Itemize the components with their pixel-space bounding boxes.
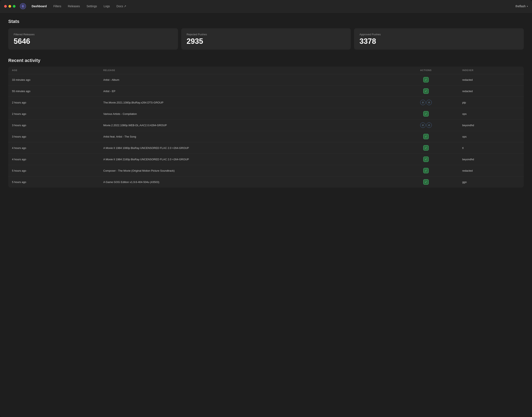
approved-icon[interactable]: ✓ bbox=[423, 168, 429, 173]
col-age: AGE bbox=[8, 66, 100, 74]
indexer-cell: beyondhd bbox=[458, 120, 524, 131]
indexer-cell: redacted bbox=[458, 85, 524, 97]
actions-cell: ✓ bbox=[393, 142, 459, 154]
rejected-icon[interactable]: ⊘ bbox=[426, 100, 432, 105]
age-cell: 4 hours ago bbox=[8, 154, 100, 165]
table-row: 2 hours agoVarious Artists - Compilation… bbox=[8, 108, 524, 120]
stat-card-filtered: Filtered Releases 5646 bbox=[8, 28, 178, 50]
app-window: Dashboard Filters Releases Settings Logs… bbox=[0, 0, 532, 417]
approved-icon[interactable]: ✓ bbox=[423, 145, 429, 151]
release-cell: Movie.2.2022.1080p.WEB-DL.AAC2.0.H264-GR… bbox=[100, 120, 393, 131]
release-cell: Various Artists - Compilation bbox=[100, 108, 393, 120]
table-row: 55 minutes agoArtist - EP✓redacted bbox=[8, 85, 524, 97]
actions-cell: ✓ bbox=[393, 131, 459, 142]
stats-title: Stats bbox=[8, 19, 524, 24]
stat-label-filtered: Filtered Releases bbox=[14, 33, 173, 36]
rejected-group: ⊘⊘ bbox=[420, 100, 432, 105]
release-cell: Composer - The Movie (Original Motion Pi… bbox=[100, 165, 393, 176]
indexer-cell: ops bbox=[458, 108, 524, 120]
table-row: 4 hours agoA Movie II 1984 1080p BluRay … bbox=[8, 142, 524, 154]
age-cell: 2 hours ago bbox=[8, 97, 100, 108]
age-cell: 5 hours ago bbox=[8, 176, 100, 188]
age-cell: 2 hours ago bbox=[8, 108, 100, 120]
actions-cell: ✓ bbox=[393, 108, 459, 120]
actions-cell: ✓ bbox=[393, 154, 459, 165]
actions-cell: ⊘⊘ bbox=[393, 120, 459, 131]
approved-icon[interactable]: ✓ bbox=[423, 134, 429, 139]
main-nav: Dashboard Filters Releases Settings Logs… bbox=[29, 3, 515, 9]
nav-releases[interactable]: Releases bbox=[65, 3, 83, 9]
actions-cell: ✓ bbox=[393, 165, 459, 176]
user-menu[interactable]: theflash ▾ bbox=[515, 5, 528, 8]
approved-icon[interactable]: ✓ bbox=[423, 179, 429, 185]
table-row: 4 hours agoA Movie II 1984 2160p BluRay … bbox=[8, 154, 524, 165]
age-cell: 3 hours ago bbox=[8, 131, 100, 142]
stat-value-rejected: 2935 bbox=[187, 38, 346, 45]
table-row: 2 hours agoThe.Movie.2021.1080p.BluRay.x… bbox=[8, 97, 524, 108]
age-cell: 4 hours ago bbox=[8, 142, 100, 154]
close-button[interactable] bbox=[4, 5, 7, 8]
username-label: theflash bbox=[515, 5, 526, 8]
age-cell: 55 minutes ago bbox=[8, 85, 100, 97]
indexer-cell: ptp bbox=[458, 97, 524, 108]
activity-table-body: 33 minutes agoArtist - Album✓redacted55 … bbox=[8, 74, 524, 188]
indexer-cell: beyondhd bbox=[458, 154, 524, 165]
indexer-cell: tl bbox=[458, 142, 524, 154]
stats-grid: Filtered Releases 5646 Rejected Pushes 2… bbox=[8, 28, 524, 50]
actions-cell: ⊘⊘ bbox=[393, 97, 459, 108]
stat-card-rejected: Rejected Pushes 2935 bbox=[181, 28, 351, 50]
stat-value-approved: 3378 bbox=[359, 38, 518, 45]
nav-dashboard[interactable]: Dashboard bbox=[29, 3, 50, 9]
table-row: 3 hours agoArtist feat. Artist - The Son… bbox=[8, 131, 524, 142]
age-cell: 3 hours ago bbox=[8, 120, 100, 131]
nav-docs[interactable]: Docs ↗ bbox=[114, 3, 129, 9]
nav-filters[interactable]: Filters bbox=[50, 3, 64, 9]
minimize-button[interactable] bbox=[9, 5, 11, 8]
approved-icon[interactable]: ✓ bbox=[423, 156, 429, 162]
app-logo bbox=[20, 3, 26, 10]
nav-settings[interactable]: Settings bbox=[84, 3, 100, 9]
approved-icon[interactable]: ✓ bbox=[423, 111, 429, 116]
titlebar: Dashboard Filters Releases Settings Logs… bbox=[0, 0, 532, 13]
indexer-cell: redacted bbox=[458, 165, 524, 176]
rejected-icon[interactable]: ⊘ bbox=[420, 100, 426, 105]
col-actions: ACTIONS bbox=[393, 66, 459, 74]
release-cell: A Game GOG Edition v1.9.6-404-504u (4350… bbox=[100, 176, 393, 188]
col-indexer: INDEXER bbox=[458, 66, 524, 74]
indexer-cell: ggn bbox=[458, 176, 524, 188]
release-cell: Artist - EP bbox=[100, 85, 393, 97]
stat-card-approved: Approved Pushes 3378 bbox=[354, 28, 524, 50]
col-release: RELEASE bbox=[100, 66, 393, 74]
stat-label-approved: Approved Pushes bbox=[359, 33, 518, 36]
nav-logs[interactable]: Logs bbox=[101, 3, 113, 9]
age-cell: 5 hours ago bbox=[8, 165, 100, 176]
chevron-down-icon: ▾ bbox=[527, 5, 528, 7]
release-cell: Artist feat. Artist - The Song bbox=[100, 131, 393, 142]
table-row: 33 minutes agoArtist - Album✓redacted bbox=[8, 74, 524, 85]
window-controls bbox=[4, 5, 15, 8]
rejected-group: ⊘⊘ bbox=[420, 123, 432, 128]
approved-icon[interactable]: ✓ bbox=[423, 77, 429, 83]
actions-cell: ✓ bbox=[393, 176, 459, 188]
stat-value-filtered: 5646 bbox=[14, 38, 173, 45]
table-header: AGE RELEASE ACTIONS INDEXER bbox=[8, 66, 524, 74]
actions-cell: ✓ bbox=[393, 85, 459, 97]
rejected-icon[interactable]: ⊘ bbox=[420, 123, 426, 128]
activity-title: Recent activity bbox=[8, 58, 524, 63]
rejected-icon[interactable]: ⊘ bbox=[426, 123, 432, 128]
main-content: Stats Filtered Releases 5646 Rejected Pu… bbox=[0, 13, 532, 417]
table-row: 3 hours agoMovie.2.2022.1080p.WEB-DL.AAC… bbox=[8, 120, 524, 131]
actions-cell: ✓ bbox=[393, 74, 459, 85]
table-row: 5 hours agoA Game GOG Edition v1.9.6-404… bbox=[8, 176, 524, 188]
release-cell: The.Movie.2021.1080p.BluRay.x264.DTS-GRO… bbox=[100, 97, 393, 108]
release-cell: A Movie II 1984 2160p BluRay UNCENSORED … bbox=[100, 154, 393, 165]
release-cell: Artist - Album bbox=[100, 74, 393, 85]
table-row: 5 hours agoComposer - The Movie (Origina… bbox=[8, 165, 524, 176]
stat-label-rejected: Rejected Pushes bbox=[187, 33, 346, 36]
age-cell: 33 minutes ago bbox=[8, 74, 100, 85]
indexer-cell: ops bbox=[458, 131, 524, 142]
activity-table: AGE RELEASE ACTIONS INDEXER 33 minutes a… bbox=[8, 66, 524, 188]
maximize-button[interactable] bbox=[13, 5, 15, 8]
release-cell: A Movie II 1984 1080p BluRay UNCENSORED … bbox=[100, 142, 393, 154]
approved-icon[interactable]: ✓ bbox=[423, 88, 429, 94]
